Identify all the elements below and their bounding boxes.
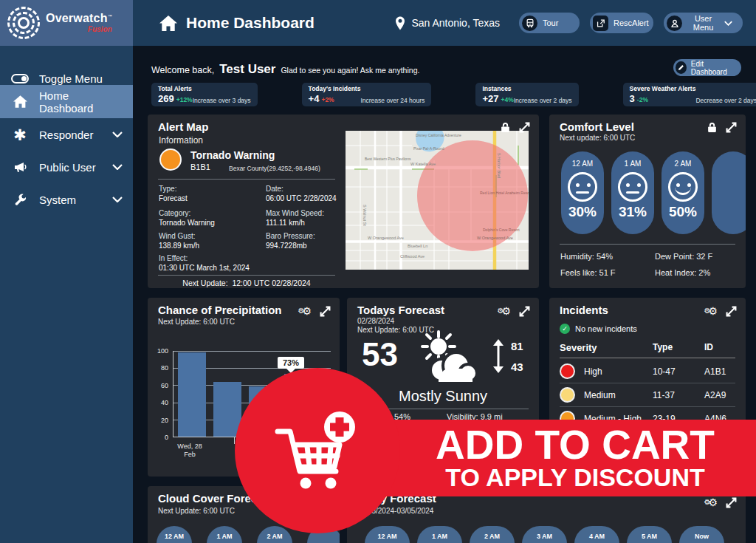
brand-name: Overwatch [46,12,108,24]
expand-icon[interactable] [726,497,737,508]
tour-button[interactable]: Tour [519,13,580,33]
card-title: Comfort Level [560,120,634,133]
stat-label: Instances [482,85,513,92]
map-label-road: Bluebell Ln [408,244,427,248]
expand-icon[interactable] [519,306,530,317]
field-category: Category:Tornado Warning [159,208,215,228]
chevron-down-icon [112,132,123,137]
bus-icon [522,16,537,31]
map-label-road: W Katella Ave [410,162,436,166]
field-type: Type:Forecast [159,184,188,203]
external-link-icon [593,16,608,31]
edit-dashboard-button[interactable]: Edit Dashboard [673,59,741,76]
stat-delta: +4% [501,96,513,103]
high-low-arrow-icon [492,339,505,373]
stat-value: +27+4% [482,95,513,104]
map-label-poi: Dolphin's Cove Resort [483,228,520,232]
y-tick: 80 [149,364,168,372]
welcome-bar: Welcome back, Test User Glad to see you … [151,62,419,77]
sidebar-item-public-user[interactable]: Public User [0,151,133,183]
field-in-effect: In Effect:01:30 UTC March 1st, 2024 [159,253,250,273]
comfort-hour-pill: 2 AM 50% [662,151,704,234]
star-of-life-icon: ✱ [10,127,30,143]
severity-dot [560,387,575,403]
alert-radius-circle [417,140,528,251]
lock-icon[interactable] [707,122,718,133]
y-tick: 100 [149,347,168,355]
settings-gears-icon[interactable]: ⚙⚙ [704,305,718,317]
sidebar-item-label: System [39,194,76,206]
map-label-road: Cliffwood Ave [400,254,425,259]
expand-icon[interactable] [726,122,737,133]
location-pin-icon [395,16,405,30]
sidebar-item-label: Public User [39,161,96,174]
hour-pill: 1 AM [417,526,462,543]
precip-bar [178,352,206,437]
wrench-icon [10,194,30,206]
toggle-icon [10,74,30,83]
sidebar-item-label: Home Dashboard [39,89,123,115]
brand-sub: Fusion [88,26,112,33]
high-temp: 81 [511,340,523,352]
hour-pill: 1 AM [207,526,242,543]
cart-icon [269,406,362,499]
hour-pill: 3 AM [522,526,567,543]
face-icon [668,172,698,202]
add-to-cart-badge[interactable] [235,368,400,533]
alert-severity-dot [159,148,182,171]
low-temp: 43 [511,361,523,373]
settings-gears-icon[interactable]: ⚙⚙ [497,305,511,317]
sidebar: Overwatch™ Fusion Toggle Menu Home Dashb… [0,0,133,543]
sidebar-item-system[interactable]: System [0,183,133,216]
stat-note: Increase over 24 hours [360,97,425,104]
expand-icon[interactable] [320,306,331,317]
welcome-prefix: Welcome back, [151,65,214,75]
sidebar-item-responder[interactable]: ✱ Responder [0,118,133,151]
expand-icon[interactable] [519,122,530,133]
y-tick: 20 [149,417,168,424]
card-title: Incidents [560,304,608,316]
field-max-wind: Max Wind Speed:111.11 km/h [266,208,324,228]
alert-name: Tornado Warning [190,149,275,161]
chart-tooltip: 73% [278,357,304,369]
expand-icon[interactable] [726,306,737,317]
alert-location: Bexar County(29.4252,-98.4946) [229,165,320,172]
forecast-date: 02/28/2024 [357,317,394,325]
lock-icon[interactable] [500,122,511,133]
user-icon [667,16,682,31]
sidebar-item-home-dashboard[interactable]: Home Dashboard [0,85,133,118]
hour-pill: 12 AM [157,526,192,543]
stat-chip-total-alerts: Total Alerts 269+12% Increase over 3 day… [151,83,258,106]
check-icon: ✓ [560,324,570,334]
alert-map[interactable]: W Katella Ave W Orangewood Ave W Orangew… [346,131,529,270]
chevron-down-icon [112,164,123,170]
stat-chip-severe-weather: Severe Weather Alerts 3-2% Decrease over… [623,83,756,106]
map-label-road: S Harbor Blvd [497,153,501,178]
stats-row: Total Alerts 269+12% Increase over 3 day… [151,83,746,106]
stat-value: 3-2% [630,95,696,104]
y-tick: 40 [149,399,168,406]
sidebar-item-label: Responder [39,129,93,141]
settings-gears-icon[interactable]: ⚙⚙ [298,305,312,317]
banner-line1: ADD TO CART [394,426,756,464]
banner-line2: TO APPLY DISCOUNT [394,464,756,491]
stat-note: Increase over 2 days [514,97,572,104]
location-label: San Antonio, Texas [411,17,500,29]
rescalert-button[interactable]: RescAlert [590,13,653,33]
stat-note: Increase over 3 days [193,97,251,104]
trademark: ™ [108,14,112,18]
header: Home Dashboard San Antonio, Texas Tour R… [133,0,756,46]
brand-logo[interactable]: Overwatch™ Fusion [0,0,133,46]
severity-dot [560,363,575,379]
hour-pill: 12 AM [365,526,410,543]
map-label-poi: Disney California Adventure [416,133,461,137]
user-menu-button[interactable]: User Menu [664,13,743,33]
stat-note: Decrease over 2 days [695,97,756,104]
stat-value: 269+12% [158,95,193,104]
alert-id: B1B1 [190,163,210,171]
settings-gears-icon[interactable]: ⚙⚙ [704,496,718,508]
welcome-user: Test User [219,62,275,77]
card-subtitle: Next Update: 6:00 UTC [158,318,235,326]
chevron-down-icon [724,21,732,26]
page-title: Home Dashboard [186,14,315,32]
